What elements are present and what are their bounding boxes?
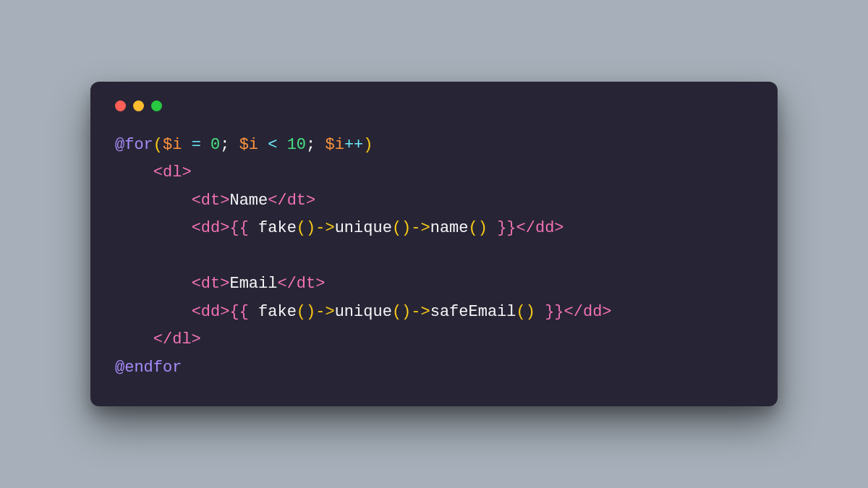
fn-safeemail: safeEmail (430, 303, 516, 321)
parens: () (392, 303, 411, 321)
code-line-7: <dd>{{ fake()->unique()->safeEmail() }}<… (115, 303, 612, 321)
paren-open: ( (153, 136, 163, 154)
equals-op: = (192, 136, 201, 154)
minimize-icon[interactable] (133, 100, 144, 111)
dd-close-tag: </dd> (516, 219, 564, 237)
code-line-4: <dd>{{ fake()->unique()->name() }}</dd> (115, 219, 564, 237)
parens: () (516, 303, 545, 321)
arrow-op: -> (411, 303, 430, 321)
parens: () (297, 219, 315, 237)
at-sign: @ (115, 136, 124, 154)
num-10: 10 (287, 136, 306, 154)
code-line-8: </dl> (115, 330, 201, 348)
fn-unique: unique (335, 219, 392, 237)
var-i: $i (325, 136, 344, 154)
code-line-6: <dt>Email</dt> (115, 275, 325, 293)
dt-close-tag: </dt> (277, 275, 325, 293)
parens: () (469, 219, 498, 237)
for-keyword: for (124, 136, 153, 154)
fn-fake: fake (258, 303, 297, 321)
code-window: @for($i = 0; $i < 10; $i++) <dl> <dt>Nam… (90, 82, 778, 407)
dd-close-tag: </dd> (564, 303, 612, 321)
blade-close: }} (497, 219, 516, 237)
dt-open-tag: <dt> (192, 275, 230, 293)
parens: () (297, 303, 315, 321)
fn-unique: unique (335, 303, 392, 321)
paren-close: ) (363, 136, 373, 154)
text-email: Email (229, 275, 277, 293)
endfor-directive: @endfor (115, 359, 182, 377)
lt-op: < (268, 136, 277, 154)
fn-name: name (430, 219, 469, 237)
arrow-op: -> (315, 303, 334, 321)
close-icon[interactable] (115, 100, 126, 111)
increment-op: ++ (344, 136, 363, 154)
code-line-9: @endfor (115, 359, 182, 377)
dd-open-tag: <dd> (192, 303, 230, 321)
var-i: $i (239, 136, 258, 154)
code-line-3: <dt>Name</dt> (115, 192, 315, 210)
blade-close: }} (545, 303, 563, 321)
var-i: $i (163, 136, 182, 154)
num-0: 0 (210, 136, 220, 154)
blade-open: {{ (229, 219, 258, 237)
code-block: @for($i = 0; $i < 10; $i++) <dl> <dt>Nam… (115, 132, 753, 382)
dt-close-tag: </dt> (268, 192, 315, 210)
dl-close-tag: </dl> (153, 330, 201, 348)
dd-open-tag: <dd> (192, 219, 230, 237)
code-line-1: @for($i = 0; $i < 10; $i++) (115, 136, 373, 154)
dl-open-tag: <dl> (153, 163, 192, 181)
text-name: Name (229, 192, 268, 210)
arrow-op: -> (411, 219, 430, 237)
dt-open-tag: <dt> (192, 192, 230, 210)
arrow-op: -> (315, 219, 334, 237)
window-controls (115, 100, 753, 111)
code-line-2: <dl> (115, 163, 192, 181)
maximize-icon[interactable] (151, 100, 162, 111)
parens: () (392, 219, 411, 237)
fn-fake: fake (258, 219, 297, 237)
blade-open: {{ (229, 303, 258, 321)
